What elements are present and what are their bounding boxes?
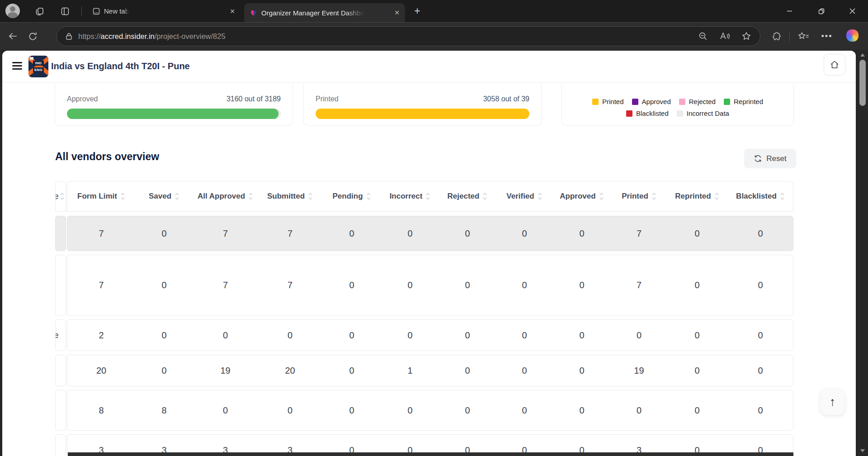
sort-caret-icon[interactable] — [248, 191, 253, 201]
column-label: All Approved — [198, 192, 245, 201]
clipped-vendor-cell — [55, 255, 66, 316]
table-cell: 2 — [67, 320, 135, 351]
column-label: Printed — [622, 192, 648, 201]
url-text[interactable]: https://accred.insider.in/project-overvi… — [78, 32, 226, 41]
table-cell: 7 — [611, 255, 667, 315]
scrollbar-down-arrow[interactable] — [860, 449, 865, 452]
table-cell: 0 — [135, 216, 193, 251]
copilot-icon[interactable] — [846, 29, 859, 42]
table-cell: 0 — [727, 355, 794, 386]
refresh-icon[interactable] — [25, 28, 40, 44]
back-icon[interactable] — [5, 28, 21, 44]
tab-active[interactable]: Organizer Manager Event Dashbo ✕ — [244, 3, 405, 22]
column-header-pending[interactable]: Pending — [322, 181, 381, 211]
sort-caret-icon[interactable] — [599, 191, 604, 201]
sort-caret-icon[interactable] — [651, 191, 656, 201]
clipped-column-header[interactable]: e — [55, 181, 66, 212]
column-header-all-approved[interactable]: All Approved — [193, 181, 258, 211]
new-tab-button[interactable]: + — [410, 5, 424, 18]
stat-value: 3160 out of 3189 — [226, 95, 281, 103]
tab-close-icon[interactable]: ✕ — [394, 9, 400, 16]
clipped-vendor-cell — [55, 355, 66, 386]
scrollbar-thumb[interactable] — [859, 60, 866, 106]
column-header-printed[interactable]: Printed — [611, 181, 667, 211]
legend-swatch — [632, 99, 638, 105]
legend-label: Incorrect Data — [687, 109, 729, 117]
table-cell: 7 — [67, 216, 135, 251]
address-bar[interactable]: https://accred.insider.in/project-overvi… — [57, 26, 760, 46]
table-cell: 0 — [611, 320, 667, 351]
column-label: Pending — [332, 192, 363, 201]
clipped-header-text: e — [55, 191, 59, 201]
zoom-out-icon[interactable] — [696, 28, 710, 44]
column-label: Blacklisted — [736, 192, 777, 201]
table-cell: 0 — [258, 390, 322, 430]
table-cell: 1 — [381, 355, 439, 386]
table-cell: 0 — [193, 390, 258, 430]
legend-label: Blacklisted — [636, 109, 669, 117]
column-header-incorrect[interactable]: Incorrect — [381, 181, 439, 211]
reset-icon — [754, 154, 762, 163]
table-cell: 8 — [135, 390, 193, 430]
column-header-saved[interactable]: Saved — [135, 181, 193, 211]
column-header-reprinted[interactable]: Reprinted — [667, 181, 727, 211]
table-row[interactable]: 2001920010001900 — [67, 355, 793, 386]
tab-close-icon[interactable]: ✕ — [230, 8, 235, 15]
table-row[interactable]: 707700000700 — [67, 216, 793, 251]
column-header-blacklisted[interactable]: Blacklisted — [727, 181, 794, 211]
settings-more-icon[interactable]: ••• — [820, 28, 834, 44]
sort-caret-icon[interactable] — [538, 191, 542, 201]
table-cell: 0 — [727, 320, 794, 351]
table-cell: 0 — [381, 255, 439, 315]
menu-icon[interactable] — [12, 62, 22, 70]
table-row[interactable]: 200000000000 — [67, 319, 793, 351]
table-cell: 0 — [496, 216, 553, 251]
window-restore-button[interactable] — [808, 0, 835, 22]
sort-caret-icon[interactable] — [120, 191, 125, 201]
scroll-to-top-button[interactable]: ↑ — [821, 389, 844, 415]
scrollbar-up-arrow[interactable] — [860, 53, 865, 57]
legend-item: Incorrect Data — [677, 109, 729, 117]
tab-new-tab[interactable]: New tab ✕ — [87, 0, 241, 22]
sort-caret-icon[interactable] — [482, 191, 487, 201]
sort-caret-icon[interactable] — [175, 191, 179, 201]
workspaces-icon[interactable] — [34, 5, 46, 17]
read-aloud-icon[interactable] — [717, 28, 732, 44]
table-cell: 0 — [496, 390, 553, 430]
extensions-icon[interactable] — [769, 28, 783, 44]
table-cell: 7 — [611, 216, 667, 251]
table-row[interactable]: 880000000000 — [67, 390, 793, 431]
sort-caret-icon[interactable] — [714, 191, 719, 201]
sort-caret-icon[interactable] — [780, 191, 785, 201]
window-minimize-button[interactable] — [776, 0, 802, 22]
progress-track — [67, 109, 281, 119]
clipped-vendor-cell — [55, 390, 66, 431]
progress-track — [316, 109, 529, 119]
vertical-tabs-icon[interactable] — [59, 5, 71, 17]
column-header-rejected[interactable]: Rejected — [439, 181, 496, 211]
table-horizontal-scrollbar[interactable] — [68, 452, 793, 456]
favorite-star-icon[interactable] — [739, 28, 754, 44]
column-header-approved[interactable]: Approved — [553, 181, 611, 211]
table-cell: 7 — [258, 216, 322, 251]
page-content: IND ENG India vs England 4th T20I - Pune… — [2, 51, 856, 456]
column-header-form-limit[interactable]: Form Limit — [67, 181, 135, 211]
table-cell: 0 — [381, 320, 439, 351]
column-header-submitted[interactable]: Submitted — [258, 181, 322, 211]
sort-caret-icon[interactable] — [308, 191, 313, 201]
sort-caret-icon[interactable] — [60, 191, 65, 201]
favorites-list-icon[interactable] — [796, 28, 811, 44]
window-close-button[interactable] — [839, 0, 865, 22]
table-cell: 7 — [67, 255, 135, 315]
page-scrollbar[interactable] — [857, 50, 868, 456]
table-cell: 0 — [322, 216, 381, 251]
lock-icon[interactable] — [65, 33, 73, 40]
reset-button[interactable]: Reset — [744, 149, 796, 168]
table-cell: 0 — [322, 255, 381, 315]
table-row[interactable]: 707700000700 — [67, 255, 793, 316]
profile-avatar[interactable] — [5, 4, 20, 18]
sort-caret-icon[interactable] — [366, 191, 371, 201]
column-header-verified[interactable]: Verified — [496, 181, 553, 211]
sort-caret-icon[interactable] — [425, 191, 430, 201]
home-button[interactable] — [824, 54, 845, 76]
